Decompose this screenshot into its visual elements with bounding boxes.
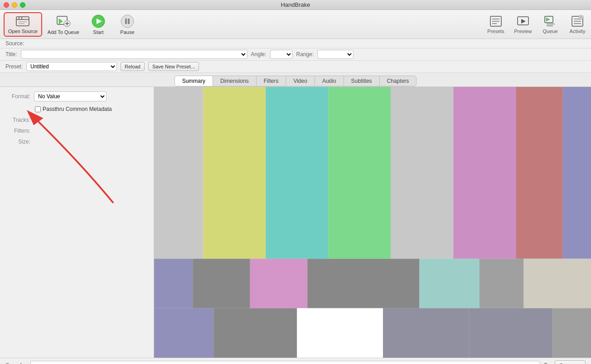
start-icon [91,14,106,29]
range-label: Range: [296,51,314,57]
color-cell [420,259,480,308]
svg-point-12 [121,15,134,28]
left-panel: Format: No Value Passthru Common Metadat… [0,87,154,358]
tabs: Summary Dimensions Filters Video Audio S… [174,76,417,86]
add-to-queue-label: Add To Queue [48,29,79,35]
color-cell [469,308,552,358]
tabs-container: Summary Dimensions Filters Video Audio S… [0,73,591,87]
add-to-queue-button[interactable]: Add To Queue [44,12,83,37]
title-bar: HandBrake [0,0,591,10]
color-cell [297,308,383,358]
open-source-icon [15,15,30,28]
tab-subtitles[interactable]: Subtitles [344,76,380,86]
queue-icon [544,15,557,28]
activity-icon [571,15,584,28]
reload-button[interactable]: Reload [121,62,145,71]
color-cell [250,259,308,308]
title-label: Title: [5,51,17,57]
format-field: Format: No Value [5,91,148,101]
minimize-button[interactable] [12,2,17,8]
save-as-input[interactable] [30,361,540,364]
tab-dimensions[interactable]: Dimensions [213,76,257,86]
svg-rect-13 [125,19,127,24]
passthru-checkbox[interactable] [35,106,41,112]
preset-row: Preset: Untitled Reload Save New Preset.… [0,61,591,73]
svg-rect-0 [16,17,29,26]
title-row: Title: Angle: Range: [0,48,591,61]
queue-label: Queue [543,29,557,34]
preview-button[interactable]: Preview [513,15,533,34]
start-label: Start [93,29,103,35]
presets-label: Presets [487,29,504,34]
toolbar-right: Presets Preview Queue [486,15,587,34]
filters-field: Filters: [5,128,148,134]
open-source-button[interactable]: Open Source [4,12,42,37]
svg-marker-20 [521,19,526,24]
color-cell [328,87,391,259]
passthru-label: Passthru Common Metadata [43,106,112,112]
content-area: Format: No Value Passthru Common Metadat… [0,87,591,358]
pause-button[interactable]: Pause [114,12,141,37]
activity-button[interactable]: Activity [567,15,587,34]
color-cell [516,87,563,259]
color-cell [154,308,213,358]
color-cell [391,87,453,259]
window-controls [4,2,25,8]
open-source-label: Open Source [8,29,38,34]
color-cell [307,259,362,308]
color-cell [154,87,203,259]
source-row: Source: [0,39,591,48]
pause-icon [120,14,135,29]
color-cell [154,259,193,308]
presets-icon [489,15,502,28]
range-select[interactable] [317,50,354,59]
maximize-button[interactable] [20,2,25,8]
passthru-row: Passthru Common Metadata [35,106,148,112]
pause-label: Pause [120,29,134,35]
toolbar: Open Source Add To Queue Start [0,10,591,39]
close-button[interactable] [4,2,9,8]
format-label: Format: [5,93,30,100]
add-to-queue-icon [56,14,71,29]
window-title: HandBrake [281,1,310,8]
color-cell [453,87,516,259]
angle-select[interactable] [270,50,293,59]
svg-rect-29 [579,15,583,19]
presets-button[interactable]: Presets [486,15,506,34]
color-cell [480,259,524,308]
to-label: To: [544,362,551,364]
tab-audio[interactable]: Audio [315,76,344,86]
color-cell [552,308,591,358]
tab-filters[interactable]: Filters [257,76,286,86]
format-select[interactable]: No Value [34,91,107,101]
title-select[interactable] [21,50,247,59]
filters-label: Filters: [5,128,30,134]
tracks-field: Tracks: [5,117,148,123]
preset-select[interactable]: Untitled [26,62,117,71]
bottom-bar: Save As: To: Browse... [0,358,591,364]
color-cell [213,308,297,358]
queue-button[interactable]: Queue [540,15,560,34]
preview-label: Preview [514,29,532,34]
source-label: Source: [5,40,24,47]
svg-rect-14 [128,19,130,24]
color-cell [383,308,469,358]
save-new-preset-button[interactable]: Save New Preset... [148,62,199,71]
tab-chapters[interactable]: Chapters [380,76,417,86]
browse-button[interactable]: Browse... [555,360,586,364]
svg-marker-22 [546,18,550,21]
start-button[interactable]: Start [85,12,112,37]
color-cell [524,259,591,308]
tab-video[interactable]: Video [286,76,315,86]
tab-summary[interactable]: Summary [175,76,213,86]
size-label: Size: [5,139,30,145]
size-field: Size: [5,139,148,145]
activity-label: Activity [570,29,586,34]
color-cell [203,87,266,259]
color-grid-svg [154,87,591,358]
preview-icon [517,15,529,28]
color-cell [362,259,420,308]
save-as-label: Save As: [5,362,27,364]
tracks-label: Tracks: [5,117,30,123]
right-panel [154,87,591,358]
